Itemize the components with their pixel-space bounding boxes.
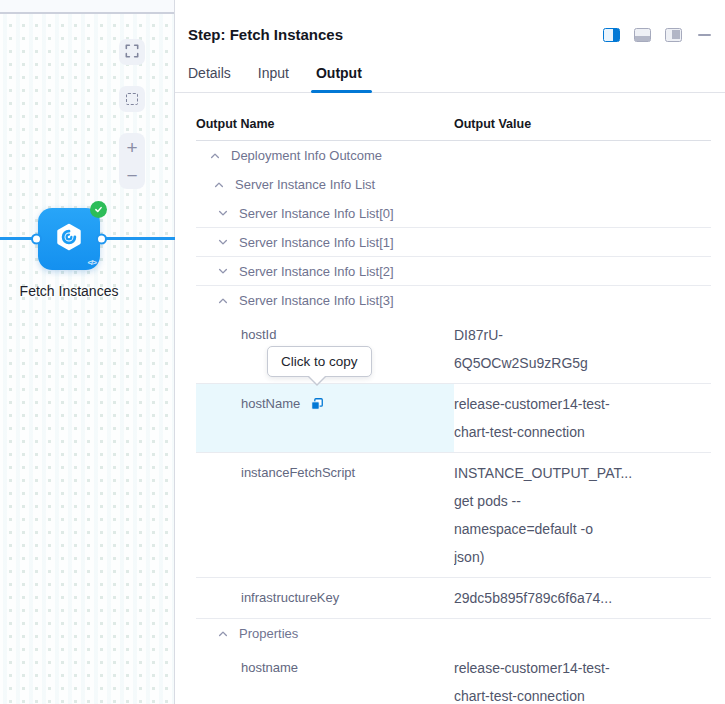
output-value-line: namespace=default -o: [454, 515, 711, 543]
success-check-icon: [90, 201, 107, 218]
code-icon: </>: [87, 258, 96, 267]
zoom-control: + −: [119, 133, 145, 189]
step-node-fetch-instances[interactable]: </>: [38, 208, 100, 270]
float-panel-icon[interactable]: [665, 28, 682, 42]
output-value-line: chart-test-connection: [454, 418, 711, 446]
output-group-name: Server Instance Info List[3]: [239, 293, 394, 308]
marquee-select-icon: [126, 93, 138, 105]
output-name-cell: hostname: [196, 648, 454, 704]
panel-window-controls: [603, 28, 711, 42]
dock-right-icon[interactable]: [603, 28, 620, 42]
output-name-cell: instanceFetchScript: [196, 453, 454, 577]
output-value-cell: release-customer14-test-chart-test-conne…: [454, 384, 711, 452]
output-row[interactable]: Deployment Info Outcome: [196, 141, 711, 170]
tab-output[interactable]: Output: [316, 65, 362, 92]
output-name-cell[interactable]: hostName: [196, 384, 454, 452]
chevron-down-icon[interactable]: [217, 207, 229, 219]
output-value-cell: DI87rU-6Q5OCw2Su9zRG5g: [454, 315, 711, 383]
fetch-instances-icon: [53, 221, 85, 257]
chevron-up-icon[interactable]: [213, 179, 225, 191]
pipeline-canvas[interactable]: + − </> Fetch Instances: [0, 0, 175, 704]
output-value-line: chart-test-connection: [454, 682, 711, 704]
output-group-name: Deployment Info Outcome: [231, 148, 382, 163]
output-value-line: DI87rU-: [454, 321, 711, 349]
output-row[interactable]: Server Instance Info List[0]: [196, 199, 711, 228]
output-value-line: release-customer14-test-: [454, 654, 711, 682]
dock-bottom-icon[interactable]: [634, 28, 651, 42]
output-value-cell: 29dc5b895f789c6f6a74...: [454, 578, 711, 618]
panel-title: Step: Fetch Instances: [188, 26, 603, 43]
copy-icon[interactable]: [310, 397, 324, 411]
minimize-icon[interactable]: [698, 34, 711, 36]
chevron-up-icon[interactable]: [209, 150, 221, 162]
output-table: Output Name Output Value Deployment Info…: [196, 117, 711, 704]
output-name-cell: infrastructureKey: [196, 578, 454, 618]
tab-input[interactable]: Input: [258, 65, 289, 92]
output-group-name: Server Instance Info List[2]: [239, 264, 394, 279]
chevron-down-icon[interactable]: [217, 236, 229, 248]
output-value-line: 6Q5OCw2Su9zRG5g: [454, 349, 711, 377]
output-name: instanceFetchScript: [241, 459, 355, 487]
output-name: hostName: [241, 390, 300, 418]
chevron-up-icon[interactable]: [217, 295, 229, 307]
output-group-name: Server Instance Info List[0]: [239, 206, 394, 221]
output-table-header: Output Name Output Value: [196, 117, 711, 141]
node-label: Fetch Instances: [20, 283, 119, 299]
output-name: hostId: [241, 321, 276, 349]
output-tab-content: Output Name Output Value Deployment Info…: [175, 93, 725, 704]
node-port-right: [96, 234, 107, 245]
output-table-body: Deployment Info OutcomeServer Instance I…: [196, 141, 711, 704]
output-row[interactable]: Server Instance Info List[2]: [196, 257, 711, 286]
output-group-name: Server Instance Info List[1]: [239, 235, 394, 250]
app-window: + − </> Fetch Instances Step: Fetch In: [0, 0, 725, 704]
marquee-select-button[interactable]: [119, 86, 145, 112]
output-group-name: Properties: [239, 626, 298, 641]
node-port-left: [31, 234, 42, 245]
panel-header: Step: Fetch Instances: [175, 0, 725, 43]
panel-tabs: Details Input Output: [175, 43, 725, 93]
output-value-line: INSTANCE_OUTPUT_PAT...: [454, 459, 711, 487]
fit-view-button[interactable]: [119, 39, 145, 65]
zoom-out-button[interactable]: −: [119, 161, 145, 189]
output-row[interactable]: Server Instance Info List: [196, 170, 711, 199]
column-header-output-name: Output Name: [196, 117, 454, 131]
output-row: infrastructureKey29dc5b895f789c6f6a74...: [196, 578, 711, 619]
fit-view-icon: [125, 44, 139, 61]
output-row: hostNamerelease-customer14-test-chart-te…: [196, 384, 711, 453]
step-details-panel: Step: Fetch Instances Details Input Outp…: [175, 0, 725, 704]
canvas-topbar: [0, 0, 174, 14]
zoom-in-button[interactable]: +: [119, 133, 145, 161]
output-group-name: Server Instance Info List: [235, 177, 375, 192]
tab-details[interactable]: Details: [188, 65, 231, 92]
column-header-output-value: Output Value: [454, 117, 711, 131]
copy-tooltip-text: Click to copy: [281, 354, 358, 369]
chevron-up-icon[interactable]: [217, 628, 229, 640]
output-value-line: json): [454, 543, 711, 571]
output-name: hostname: [241, 654, 298, 682]
output-name: infrastructureKey: [241, 584, 339, 612]
output-value-line: get pods --: [454, 487, 711, 515]
copy-tooltip: Click to copy: [267, 346, 372, 377]
output-value-line: release-customer14-test-: [454, 390, 711, 418]
output-row: instanceFetchScriptINSTANCE_OUTPUT_PAT..…: [196, 453, 711, 578]
output-row[interactable]: Server Instance Info List[3]: [196, 286, 711, 315]
output-row: hostnamerelease-customer14-test-chart-te…: [196, 648, 711, 704]
output-value-cell: INSTANCE_OUTPUT_PAT...get pods --namespa…: [454, 453, 711, 577]
chevron-down-icon[interactable]: [217, 265, 229, 277]
output-value-cell: release-customer14-test-chart-test-conne…: [454, 648, 711, 704]
output-value-line: 29dc5b895f789c6f6a74...: [454, 584, 711, 612]
output-row[interactable]: Server Instance Info List[1]: [196, 228, 711, 257]
output-row[interactable]: Properties: [196, 619, 711, 648]
